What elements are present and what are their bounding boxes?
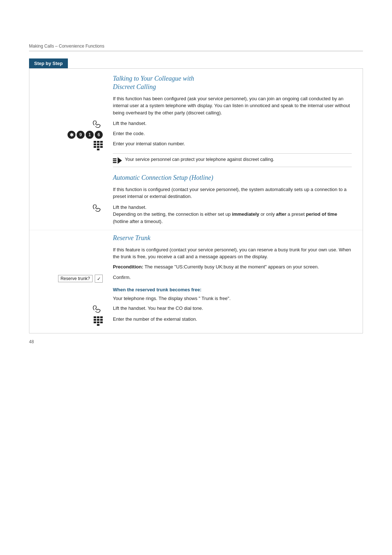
note-text: Your service personnel can protect your … (125, 157, 274, 163)
discreet-step2-text: Enter the code. (109, 130, 363, 137)
reserve-step2-text: Enter the number of the external station… (109, 316, 363, 323)
reserve-precondition-row: Precondition: The message "US:Currently … (29, 260, 363, 271)
reserve-desc-row: If this feature is configured (contact y… (29, 243, 363, 260)
discreet-step3-text: Enter your internal station number. (109, 140, 363, 147)
page-number: 48 (29, 339, 363, 344)
handset-icon-2 (93, 204, 103, 212)
reserve-precondition: Precondition: The message "US:Currently … (109, 263, 363, 271)
hotline-description: If this function is configured (contact … (109, 186, 363, 200)
when-free-desc-row: Your telephone rings. The display shows … (29, 293, 363, 302)
hotline-title: Automatic Connection Setup (Hotline) (113, 174, 363, 182)
note-arrow-icon (113, 157, 122, 164)
reserve-trunk-display: Reserve trunk? (58, 275, 93, 282)
reserve-step1-row: Lift the handset. You hear the CO dial t… (29, 302, 363, 313)
hotline-title-row: Automatic Connection Setup (Hotline) (29, 170, 363, 182)
discreet-description: If this function has been configured (as… (109, 95, 363, 117)
discreet-step2-row: ✱ 9 1 6 Enter the code. (29, 129, 363, 139)
reserve-confirm-text: Confirm. (109, 274, 363, 281)
reserve-confirm-row: Reserve trunk? ✓ Confirm. (29, 270, 363, 283)
when-free-description: Your telephone rings. The display shows … (109, 295, 363, 302)
handset-icon-3 (93, 305, 103, 313)
handset-icon (93, 121, 103, 129)
breadcrumb: Making Calls – Convenience Functions (29, 44, 363, 51)
hotline-step1-row: Lift the handset. Depending on the setti… (29, 200, 363, 225)
code-icons: ✱ 9 1 6 (68, 131, 103, 139)
step-by-step-label: Step by Step (29, 58, 68, 68)
discreet-note-row: Your service personnel can protect your … (29, 150, 363, 170)
when-free-title: When the reserved trunk becomes free: (113, 286, 363, 293)
hotline-step1-text: Lift the handset. Depending on the setti… (109, 204, 363, 225)
reserve-title-row: Reserve Trunk (29, 230, 363, 242)
star-icon: ✱ (68, 131, 75, 139)
reserve-trunk-title: Reserve Trunk (113, 234, 363, 242)
hotline-desc-row: If this function is configured (contact … (29, 182, 363, 200)
discreet-step3-row: Enter your internal station number. (29, 139, 363, 150)
one-icon: 1 (86, 131, 94, 139)
reserve-display-row: Reserve trunk? ✓ (58, 275, 103, 283)
discreet-step1-text: Lift the handset. (109, 120, 363, 127)
when-free-title-row: When the reserved trunk becomes free: (29, 283, 363, 293)
reserve-description: If this feature is configured (contact y… (109, 246, 363, 260)
discreet-step1-row: Lift the handset. (29, 116, 363, 129)
keypad-icon-2 (94, 316, 103, 326)
six-icon: 6 (95, 131, 103, 139)
reserve-step2-row: Enter the number of the external station… (29, 313, 363, 333)
note-box: Your service personnel can protect your … (113, 153, 352, 167)
checkmark-icon: ✓ (95, 275, 103, 283)
discreet-title-row: Talking to Your Colleague with Discreet … (29, 69, 363, 92)
reserve-step1-text: Lift the handset. You hear the CO dial t… (109, 305, 363, 312)
keypad-icon (94, 141, 103, 150)
discreet-desc-row: If this function has been configured (as… (29, 92, 363, 117)
nine-icon: 9 (77, 131, 85, 139)
discreet-calling-title: Talking to Your Colleague with Discreet … (113, 74, 363, 92)
